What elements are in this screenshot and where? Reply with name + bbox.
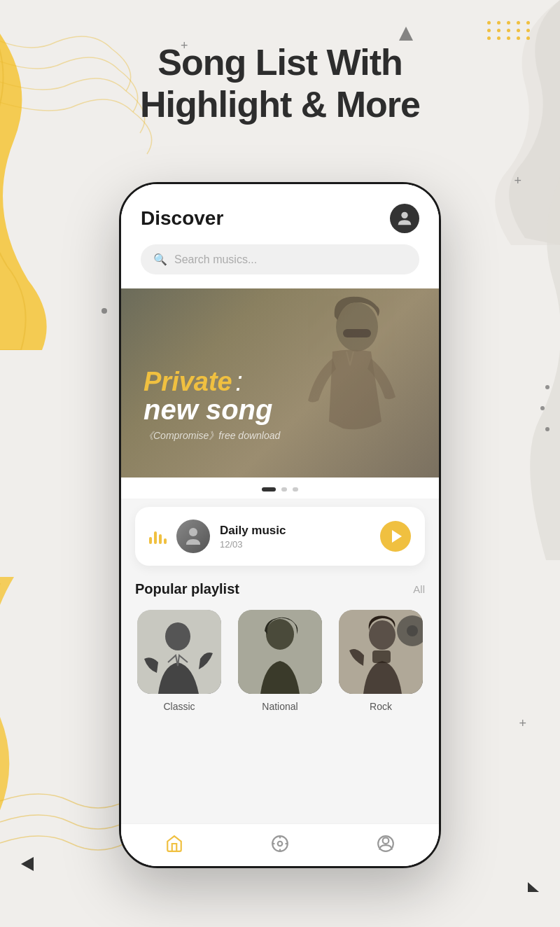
playlist-cover-national xyxy=(238,610,322,694)
playlist-label-classic: Classic xyxy=(163,701,195,712)
profile-icon xyxy=(376,834,396,853)
search-bar-container: 🔍 Search musics... xyxy=(121,244,439,288)
nav-item-profile[interactable] xyxy=(376,834,396,853)
scatter-dot-1 xyxy=(102,308,107,314)
search-icon: 🔍 xyxy=(153,253,167,266)
nav-item-explore[interactable] xyxy=(270,834,290,853)
banner-person-silhouette xyxy=(280,295,420,478)
playlist-label-national: National xyxy=(262,701,298,712)
popular-playlist-title: Popular playlist xyxy=(135,581,239,597)
banner-text: Private : new song 《Compromise》free down… xyxy=(144,367,280,442)
svg-point-4 xyxy=(189,528,197,536)
playlist-header: Popular playlist All xyxy=(135,581,425,597)
home-icon xyxy=(164,834,184,853)
playlist-item-classic[interactable]: Classic xyxy=(135,610,223,712)
svg-point-10 xyxy=(369,620,396,650)
triangle-icon-bottom-right xyxy=(528,882,539,892)
playlist-grid: Classic xyxy=(135,610,425,712)
banner-background: Private : new song 《Compromise》free down… xyxy=(121,288,439,478)
triangle-icon-bottom-left xyxy=(21,857,34,871)
avatar[interactable] xyxy=(390,204,419,233)
dots-pattern xyxy=(487,21,532,40)
all-link[interactable]: All xyxy=(413,583,425,595)
playlist-cover-classic xyxy=(137,610,221,694)
svg-point-15 xyxy=(278,842,283,846)
daily-music-card[interactable]: Daily music 12/03 xyxy=(135,507,425,566)
bars-icon xyxy=(149,529,167,544)
banner-dots-indicator xyxy=(121,478,439,499)
dot-2 xyxy=(281,487,287,492)
svg-marker-0 xyxy=(399,27,413,41)
bottom-navigation xyxy=(121,823,439,866)
play-button[interactable] xyxy=(380,521,411,552)
svg-point-6 xyxy=(165,622,190,650)
page-title-block: Song List With Highlight & More xyxy=(0,42,560,126)
banner-subtitle-small: 《Compromise》free download xyxy=(144,430,280,442)
nav-item-home[interactable] xyxy=(164,834,184,853)
banner-card[interactable]: Private : new song 《Compromise》free down… xyxy=(121,288,439,478)
daily-music-name: Daily music xyxy=(220,524,370,538)
playlist-label-rock: Rock xyxy=(370,701,392,712)
scatter-dot-2 xyxy=(545,385,550,389)
phone-frame: Discover 🔍 Search musics... xyxy=(119,182,441,868)
playlist-item-rock[interactable]: Rock xyxy=(337,610,425,712)
phone-mockup: Discover 🔍 Search musics... xyxy=(119,182,441,868)
phone-header: Discover xyxy=(121,184,439,244)
plus-icon-2: + xyxy=(514,174,522,188)
plus-icon-3: + xyxy=(519,716,526,731)
svg-point-13 xyxy=(407,625,418,636)
discover-title: Discover xyxy=(141,207,223,230)
banner-new-song: new song xyxy=(144,394,280,426)
playlist-item-national[interactable]: National xyxy=(236,610,324,712)
search-input[interactable]: 🔍 Search musics... xyxy=(141,244,419,274)
explore-icon xyxy=(270,834,290,853)
svg-point-8 xyxy=(266,619,294,650)
popular-playlist-section: Popular playlist All xyxy=(121,574,439,823)
scatter-dot-4 xyxy=(545,427,550,431)
daily-music-date: 12/03 xyxy=(220,539,370,550)
scatter-dot-3 xyxy=(540,406,545,410)
dot-1 xyxy=(262,487,276,492)
daily-music-info: Daily music 12/03 xyxy=(220,524,370,550)
svg-point-20 xyxy=(383,837,389,844)
page-title: Song List With Highlight & More xyxy=(0,42,560,126)
daily-music-thumbnail xyxy=(176,520,210,553)
svg-rect-3 xyxy=(343,329,371,337)
banner-highlight-word: Private xyxy=(144,367,232,396)
phone-content: Discover 🔍 Search musics... xyxy=(121,184,439,866)
svg-point-1 xyxy=(401,212,407,218)
triangle-icon-top xyxy=(399,27,413,42)
playlist-cover-rock xyxy=(339,610,423,694)
dot-3 xyxy=(293,487,298,492)
banner-colon: : xyxy=(235,367,243,396)
search-placeholder: Search musics... xyxy=(174,253,257,266)
svg-rect-11 xyxy=(372,650,391,663)
